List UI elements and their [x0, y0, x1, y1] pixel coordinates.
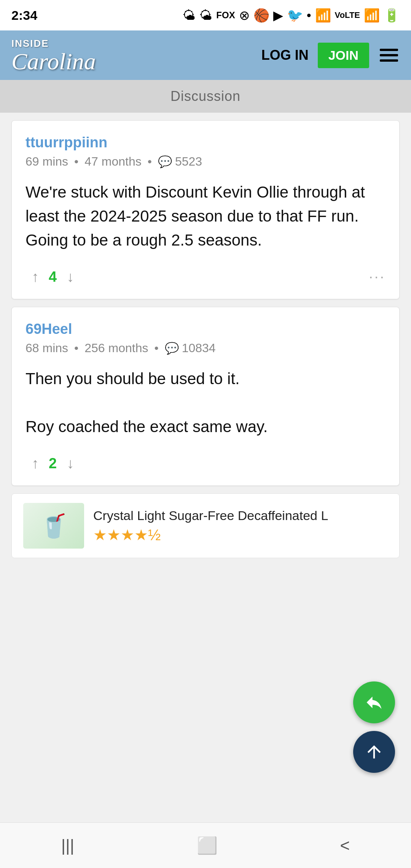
status-icons: 🌤 🌤 FOX ⊗ 🏀 ▶ 🐦 • 📶 VoLTE 📶 🔋 [183, 8, 400, 23]
nav-bar: ||| ⬜ < [0, 822, 411, 868]
post-2-body: Then you should be used to it.Roy coache… [25, 367, 386, 439]
post-1-votecount: 4 [45, 269, 61, 285]
sports-icon: FOX [216, 10, 235, 21]
logo-inside: INSIDE [11, 38, 96, 49]
post-1-months: 47 months [84, 155, 141, 169]
post-1-messages: 💬 5523 [158, 155, 202, 169]
logo-main: Carolina [11, 48, 96, 74]
play-icon: ▶ [273, 8, 283, 23]
post-1-username[interactable]: ttuurrppiinn [25, 134, 386, 151]
post-1-body: We're stuck with Discount Kevin Ollie th… [25, 180, 386, 252]
post-2-downvote[interactable] [61, 452, 80, 475]
ad-title: Crystal Light Sugar-Free Decaffeinated L [93, 508, 388, 523]
status-time: 2:34 [11, 8, 37, 23]
ad-banner[interactable]: 🥤 Crystal Light Sugar-Free Decaffeinated… [11, 493, 400, 558]
hamburger-line1 [380, 49, 398, 51]
weather-icon: 🌤 [183, 8, 196, 23]
ad-content: Crystal Light Sugar-Free Decaffeinated L… [93, 508, 388, 544]
post-2-upvote[interactable] [25, 452, 45, 475]
hamburger-line2 [380, 54, 398, 56]
nav-back-button[interactable]: < [325, 830, 365, 861]
bullet-icon: • [307, 8, 311, 23]
arrow-up-icon [364, 742, 384, 762]
reply-fab[interactable] [353, 681, 395, 723]
bird-icon: 🐦 [287, 8, 303, 23]
post-2-meta: 68 mins • 256 months • 💬 10834 [25, 341, 386, 355]
ad-image: 🥤 [23, 503, 84, 549]
message-icon-2: 💬 [165, 341, 179, 355]
hamburger-line3 [380, 59, 398, 62]
post-1-dot1: • [74, 155, 78, 169]
post-1-upvote[interactable] [25, 266, 45, 288]
ad-stars: ★★★★½ [93, 526, 388, 544]
post-2-months: 256 months [84, 341, 148, 355]
post-1-more[interactable]: ··· [369, 269, 386, 285]
nav-home-button[interactable]: ⬜ [182, 830, 233, 862]
discussion-banner: Discussion [0, 80, 411, 113]
signal-icon: 📶 [364, 8, 380, 23]
post-2-username[interactable]: 69Heel [25, 321, 386, 337]
post-2-messages: 💬 10834 [165, 341, 216, 355]
posts-container: ttuurrppiinn 69 mins • 47 months • 💬 552… [0, 113, 411, 493]
post-2-votecount: 2 [45, 455, 61, 472]
post-1-dot2: • [148, 155, 152, 169]
header-actions: LOG IN JOIN [261, 43, 400, 68]
weather-icon2: 🌤 [199, 8, 212, 23]
battery-icon: 🔋 [384, 8, 400, 23]
wifi-icon: 📶 [315, 8, 331, 23]
post-2-time: 68 mins [25, 341, 68, 355]
reply-icon [364, 692, 384, 712]
nba-icon: 🏀 [253, 8, 269, 23]
scroll-top-fab[interactable] [353, 731, 395, 773]
logo[interactable]: INSIDE Carolina [11, 38, 96, 73]
post-2-dot2: • [154, 341, 158, 355]
login-button[interactable]: LOG IN [261, 47, 309, 63]
header: INSIDE Carolina LOG IN JOIN [0, 30, 411, 80]
post-1-downvote[interactable] [61, 266, 80, 288]
join-button[interactable]: JOIN [318, 43, 369, 68]
post-2-actions: 2 [25, 452, 386, 475]
post-card-2: 69Heel 68 mins • 256 months • 💬 10834 Th… [11, 307, 400, 486]
message-icon-1: 💬 [158, 155, 172, 168]
post-card-1: ttuurrppiinn 69 mins • 47 months • 💬 552… [11, 120, 400, 299]
post-1-msgcount: 5523 [175, 155, 202, 169]
status-bar: 2:34 🌤 🌤 FOX ⊗ 🏀 ▶ 🐦 • 📶 VoLTE 📶 🔋 [0, 0, 411, 30]
podcast-icon: ⊗ [239, 8, 250, 23]
volte-icon: VoLTE [335, 10, 360, 20]
ad-emoji: 🥤 [40, 512, 68, 539]
post-1-time: 69 mins [25, 155, 68, 169]
post-2-dot1: • [74, 341, 78, 355]
post-2-msgcount: 10834 [182, 341, 216, 355]
post-1-meta: 69 mins • 47 months • 💬 5523 [25, 155, 386, 169]
nav-menu-button[interactable]: ||| [46, 830, 89, 861]
menu-button[interactable] [378, 47, 400, 63]
discussion-label: Discussion [170, 88, 241, 104]
post-1-actions: 4 ··· [25, 266, 386, 288]
